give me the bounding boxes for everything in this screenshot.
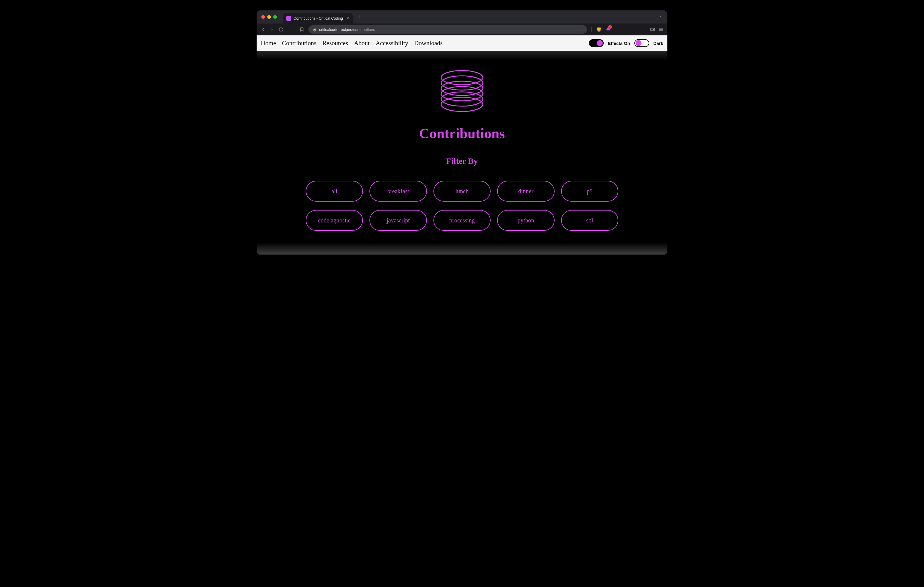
filter-heading: Filter By [292, 156, 632, 166]
reload-button[interactable] [279, 27, 284, 32]
url-path: /contributions [352, 27, 375, 32]
tab-dropdown-button[interactable] [658, 14, 663, 20]
filter-javascript[interactable]: javascript [370, 210, 427, 231]
svg-point-1 [653, 29, 654, 30]
url-input[interactable]: 🔒 criticalcode.recipes/contributions [309, 25, 587, 34]
forward-button[interactable] [270, 27, 274, 32]
filter-dinner[interactable]: dinner [497, 181, 554, 202]
nav-link-contributions[interactable]: Contributions [282, 39, 317, 47]
nav-link-downloads[interactable]: Downloads [414, 39, 443, 47]
filter-processing[interactable]: processing [434, 210, 490, 231]
badge-count: 1 [608, 25, 612, 29]
brave-shield-icon[interactable]: 🦁 [596, 27, 602, 33]
filter-code-agnostic[interactable]: code agnostic [306, 210, 363, 231]
address-bar: 🔒 criticalcode.recipes/contributions | 🦁… [257, 23, 667, 35]
logo-icon [437, 66, 487, 116]
site-navigation: Home Contributions Resources About Acces… [257, 35, 667, 51]
menu-button[interactable] [658, 27, 663, 32]
url-domain: criticalcode.recipes [319, 27, 352, 32]
window-minimize-button[interactable] [267, 15, 271, 19]
browser-window: Contributions - Critical Coding × + 🔒 cr… [257, 10, 667, 255]
nav-link-accessibility[interactable]: Accessibility [376, 39, 408, 47]
page-content: Contributions Filter By all breakfast lu… [257, 51, 667, 255]
window-close-button[interactable] [261, 15, 265, 19]
browser-tab[interactable]: Contributions - Critical Coding × [283, 13, 353, 23]
dark-mode-toggle[interactable] [634, 39, 649, 47]
toggle-knob-icon [635, 40, 642, 46]
dark-label: Dark [653, 41, 663, 46]
svg-rect-0 [650, 28, 654, 31]
rewards-icon[interactable]: 1 [606, 26, 611, 33]
titlebar: Contributions - Critical Coding × + [257, 10, 667, 23]
effects-toggle[interactable] [589, 39, 604, 47]
favicon-icon [286, 16, 291, 21]
filter-python[interactable]: python [497, 210, 554, 231]
filter-grid: all breakfast lunch dinner p5 code agnos… [306, 181, 618, 231]
filter-lunch[interactable]: lunch [434, 181, 490, 202]
wallet-icon[interactable] [650, 27, 655, 32]
filter-all[interactable]: all [306, 181, 363, 202]
filter-sql[interactable]: sql [561, 210, 618, 231]
effects-label: Effects On [608, 41, 630, 46]
traffic-lights [261, 15, 277, 19]
filter-breakfast[interactable]: breakfast [370, 181, 427, 202]
toggle-knob-icon [597, 40, 603, 46]
page-title: Contributions [292, 125, 632, 141]
nav-link-about[interactable]: About [354, 39, 370, 47]
nav-link-home[interactable]: Home [261, 39, 276, 47]
bookmark-button[interactable] [299, 27, 304, 32]
window-maximize-button[interactable] [273, 15, 277, 19]
nav-link-resources[interactable]: Resources [322, 39, 348, 47]
new-tab-button[interactable]: + [358, 14, 361, 20]
filter-p5[interactable]: p5 [561, 181, 618, 202]
tab-close-button[interactable]: × [346, 16, 349, 21]
tab-title: Contributions - Critical Coding [294, 16, 343, 21]
back-button[interactable] [261, 27, 266, 32]
lock-icon: 🔒 [313, 28, 317, 31]
